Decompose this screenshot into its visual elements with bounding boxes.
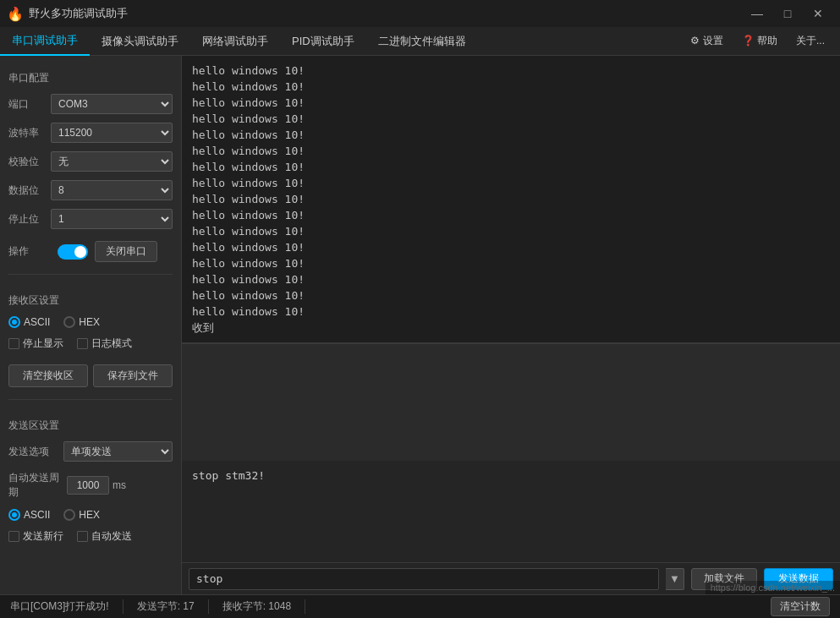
window-controls: — □ ✕ xyxy=(742,0,833,27)
recv-options-row: 停止显示 日志模式 xyxy=(8,336,173,351)
recv-ascii-radio[interactable]: ASCII xyxy=(8,316,50,328)
send-hex-label: HEX xyxy=(79,509,100,521)
auto-period-input[interactable] xyxy=(67,476,109,495)
recv-line: hello windows 10! xyxy=(192,111,830,127)
port-toggle[interactable] xyxy=(58,244,88,260)
baud-select[interactable]: 115200 xyxy=(51,123,173,143)
watermark: https://blog.csdn.net/weixin_... xyxy=(705,581,840,594)
recv-line: hello windows 10! xyxy=(192,95,830,111)
pause-display-box xyxy=(8,338,19,349)
app-title: 野火多功能调试助手 xyxy=(29,6,742,21)
tab-network[interactable]: 网络调试助手 xyxy=(190,27,280,56)
clear-recv-button[interactable]: 清空接收区 xyxy=(8,364,88,387)
recv-lines-container: hello windows 10!hello windows 10!hello … xyxy=(192,63,830,336)
about-button[interactable]: 关于... xyxy=(788,30,833,52)
recv-line: hello windows 10! xyxy=(192,175,830,191)
databits-label: 数据位 xyxy=(8,183,51,198)
close-button[interactable]: ✕ xyxy=(803,0,833,27)
send-dropdown-button[interactable]: ▼ xyxy=(666,568,684,590)
minimize-button[interactable]: — xyxy=(742,0,772,27)
recv-line: 收到 xyxy=(192,320,830,336)
settings-button[interactable]: ⚙ 设置 xyxy=(682,30,731,52)
send-option-row: 发送选项 单项发送 xyxy=(8,441,173,462)
toggle-knob xyxy=(74,246,86,258)
close-port-button[interactable]: 关闭串口 xyxy=(95,241,157,262)
port-label: 端口 xyxy=(8,97,51,112)
newline-box xyxy=(8,531,19,542)
send-option-label: 发送选项 xyxy=(8,445,63,459)
parity-label: 校验位 xyxy=(8,155,51,169)
auto-send-label: 自动发送 xyxy=(91,529,132,544)
recv-line: hello windows 10! xyxy=(192,63,830,79)
recv-line: hello windows 10! xyxy=(192,255,830,271)
send-ascii-radio[interactable]: ASCII xyxy=(8,509,50,521)
recv-line: hello windows 10! xyxy=(192,207,830,223)
operation-row: 操作 关闭串口 xyxy=(8,241,173,262)
auto-period-label: 自动发送周期 xyxy=(8,471,63,500)
recv-line: hello windows 10! xyxy=(192,239,830,255)
stopbits-select[interactable]: 1 xyxy=(51,209,173,229)
recv-action-buttons: 清空接收区 保存到文件 xyxy=(8,364,173,387)
serial-config-title: 串口配置 xyxy=(8,71,173,85)
maximize-button[interactable]: □ xyxy=(772,0,803,27)
left-panel: 串口配置 端口 COM3 波特率 115200 校验位 无 数据位 8 xyxy=(0,56,182,594)
status-bar: 串口[COM3]打开成功! 发送字节: 17 接收字节: 1048 清空计数 xyxy=(0,594,840,618)
recv-settings-title: 接收区设置 xyxy=(8,293,173,308)
send-encoding-group: ASCII HEX xyxy=(8,509,173,521)
flame-icon: 🔥 xyxy=(7,6,24,22)
tab-serial[interactable]: 串口调试助手 xyxy=(0,27,90,56)
databits-row: 数据位 8 xyxy=(8,180,173,200)
recv-line: hello windows 10! xyxy=(192,127,830,143)
port-select[interactable]: COM3 xyxy=(51,94,173,114)
menu-right-actions: ⚙ 设置 ❓ 帮助 关于... xyxy=(682,30,840,52)
send-hex-circle xyxy=(63,509,75,521)
send-compose-area[interactable]: stop stm32! xyxy=(182,461,840,562)
recv-hex-radio[interactable]: HEX xyxy=(63,316,100,328)
recv-line: hello windows 10! xyxy=(192,271,830,287)
send-hex-radio[interactable]: HEX xyxy=(63,509,100,521)
databits-select[interactable]: 8 xyxy=(51,180,173,200)
recv-hex-circle xyxy=(63,316,75,328)
main-layout: 串口配置 端口 COM3 波特率 115200 校验位 无 数据位 8 xyxy=(0,56,840,594)
divider-2 xyxy=(8,399,173,400)
baud-row: 波特率 115200 xyxy=(8,123,173,143)
operation-label: 操作 xyxy=(8,244,51,259)
recv-line: hello windows 10! xyxy=(192,143,830,159)
log-mode-box xyxy=(77,338,88,349)
auto-period-row: 自动发送周期 ms xyxy=(8,471,173,500)
tab-binary[interactable]: 二进制文件编辑器 xyxy=(366,27,478,56)
help-button[interactable]: ❓ 帮助 xyxy=(733,30,786,52)
log-mode-label: 日志模式 xyxy=(91,336,132,351)
recv-line: hello windows 10! xyxy=(192,79,830,95)
auto-send-checkbox[interactable]: 自动发送 xyxy=(77,529,132,544)
send-option-select[interactable]: 单项发送 xyxy=(63,441,173,462)
tab-camera[interactable]: 摄像头调试助手 xyxy=(90,27,190,56)
tab-pid[interactable]: PID调试助手 xyxy=(280,27,366,56)
receive-area[interactable]: hello windows 10!hello windows 10!hello … xyxy=(182,56,840,344)
newline-label: 发送新行 xyxy=(23,529,63,544)
recv-hex-label: HEX xyxy=(79,316,100,328)
log-mode-checkbox[interactable]: 日志模式 xyxy=(77,336,132,351)
recv-line: hello windows 10! xyxy=(192,287,830,304)
menu-bar: 串口调试助手 摄像头调试助手 网络调试助手 PID调试助手 二进制文件编辑器 ⚙… xyxy=(0,27,840,56)
save-file-button[interactable]: 保存到文件 xyxy=(93,364,173,387)
send-options-row: 发送新行 自动发送 xyxy=(8,529,173,544)
parity-select[interactable]: 无 xyxy=(51,151,173,172)
send-settings-title: 发送区设置 xyxy=(8,418,173,433)
recv-line: hello windows 10! xyxy=(192,223,830,239)
auto-send-box xyxy=(77,531,88,542)
parity-row: 校验位 无 xyxy=(8,151,173,172)
baud-label: 波特率 xyxy=(8,126,51,140)
recv-encoding-group: ASCII HEX xyxy=(8,316,173,328)
pause-display-checkbox[interactable]: 停止显示 xyxy=(8,336,63,351)
recv-line: hello windows 10! xyxy=(192,159,830,175)
newline-checkbox[interactable]: 发送新行 xyxy=(8,529,63,544)
pause-display-label: 停止显示 xyxy=(23,336,63,351)
send-bytes-text: 发送字节: 17 xyxy=(137,599,209,614)
send-ascii-label: ASCII xyxy=(24,509,50,521)
recv-ascii-circle xyxy=(8,316,20,328)
status-right: 清空计数 xyxy=(771,597,830,616)
send-text-input[interactable] xyxy=(189,568,659,590)
clear-count-button[interactable]: 清空计数 xyxy=(771,597,830,616)
recv-bytes-text: 接收字节: 1048 xyxy=(222,599,305,614)
